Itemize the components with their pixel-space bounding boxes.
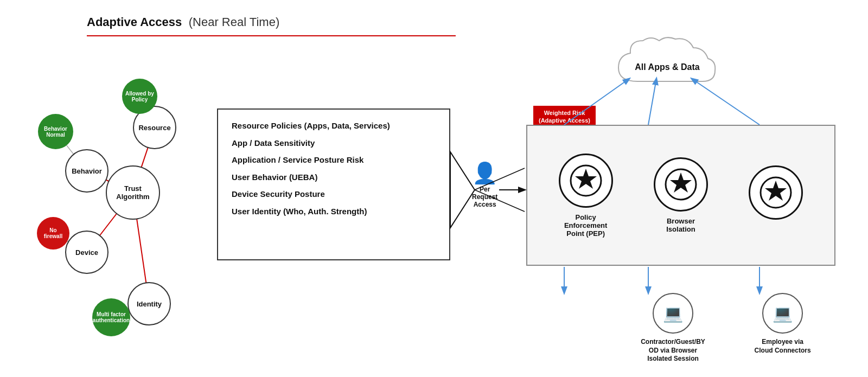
policy-item-4: User Behavior (UEBA) xyxy=(232,172,436,183)
laptop-icon-employee: 💻 xyxy=(762,293,803,334)
node-trust: TrustAlgorithm xyxy=(106,165,160,220)
cloud-label: All Apps & Data xyxy=(608,62,727,72)
node-mfa: Multi factorauthentication xyxy=(92,298,130,336)
star-icon-browser xyxy=(665,168,697,201)
title-bold: Adaptive Access xyxy=(87,15,182,29)
svg-marker-9 xyxy=(575,169,597,189)
policy-item-5: Device Security Posture xyxy=(232,189,436,200)
pep-label: PolicyEnforcementPoint (PEP) xyxy=(564,213,607,238)
browser-isolation-node: BrowserIsolation xyxy=(654,157,708,233)
node-allowed: Allowed byPolicy xyxy=(122,79,157,114)
node-behavior: Behavior xyxy=(65,149,108,193)
star-icon-pep xyxy=(570,164,602,197)
browser-isolation-star-circle xyxy=(654,157,708,212)
title-underline xyxy=(87,35,456,36)
bottom-node-contractor: 💻 Contractor/Guest/BYOD via BrowserIsola… xyxy=(641,293,705,363)
node-no-firewall: Nofirewall xyxy=(37,217,69,250)
svg-marker-13 xyxy=(765,181,787,201)
node-identity: Identity xyxy=(127,282,171,325)
bottom-node-employee: 💻 Employee viaCloud Connectors xyxy=(755,293,811,355)
third-star-circle xyxy=(749,165,803,220)
policy-item-2: App / Data Sensitivity xyxy=(232,138,436,149)
policy-item-1: Resource Policies (Apps, Data, Services) xyxy=(232,120,436,131)
laptop-icon-contractor: 💻 xyxy=(653,293,693,334)
policy-item-6: User Identity (Who, Auth. Strength) xyxy=(232,206,436,217)
policy-box: Resource Policies (Apps, Data, Services)… xyxy=(217,108,450,260)
svg-marker-11 xyxy=(670,172,692,193)
network-graph: TrustAlgorithm Resource Behavior Device … xyxy=(22,49,212,336)
pep-node: PolicyEnforcementPoint (PEP) xyxy=(559,154,613,238)
pep-star-circle xyxy=(559,154,613,208)
person-icon: 👤 xyxy=(472,163,497,183)
policy-item-3: Application / Service Posture Risk xyxy=(232,155,436,165)
bottom-nodes: 💻 placeholder 💻 Contractor/Guest/BYOD vi… xyxy=(526,293,835,363)
per-request-label: PerRequestAccess xyxy=(472,186,497,208)
third-enforcement-node xyxy=(749,165,803,225)
per-request-area: 👤 PerRequestAccess xyxy=(472,163,497,208)
svg-marker-14 xyxy=(450,152,475,228)
node-device: Device xyxy=(65,231,108,274)
browser-isolation-label: BrowserIsolation xyxy=(666,217,695,233)
contractor-label: Contractor/Guest/BYOD via BrowserIsolate… xyxy=(641,338,705,363)
title-area: Adaptive Access (Near Real Time) xyxy=(87,15,279,29)
enforcement-box: PolicyEnforcementPoint (PEP) BrowserIsol… xyxy=(526,125,835,266)
node-behavior-normal: BehaviorNormal xyxy=(38,114,73,149)
main-container: Adaptive Access (Near Real Time) xyxy=(0,0,868,377)
title-normal: (Near Real Time) xyxy=(189,15,279,29)
employee-label: Employee viaCloud Connectors xyxy=(755,338,811,355)
star-icon-third xyxy=(760,176,792,209)
